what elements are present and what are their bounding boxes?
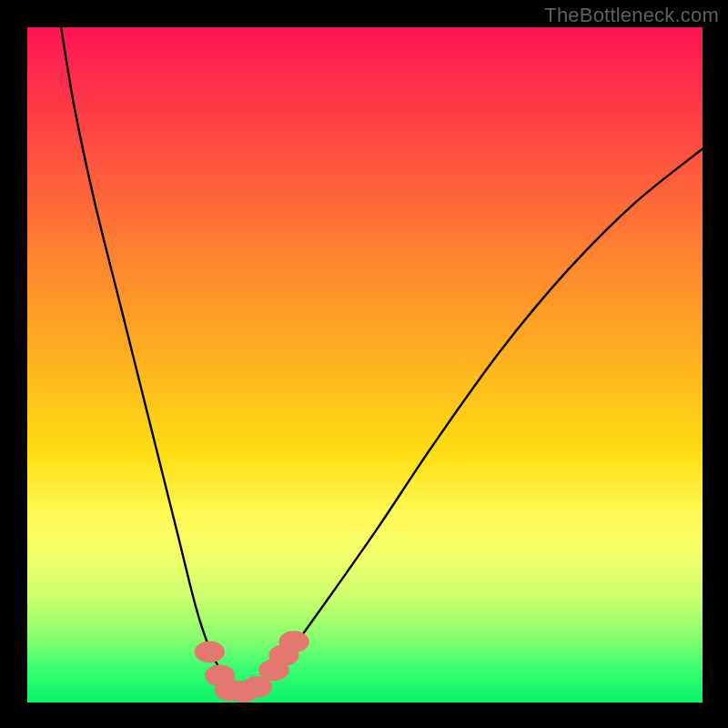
watermark-text: TheBottleneck.com xyxy=(544,4,719,27)
marker-group xyxy=(195,631,309,703)
chart-svg xyxy=(27,27,703,703)
marker-8 xyxy=(278,631,308,652)
plot-area xyxy=(27,27,703,703)
bottleneck-curve xyxy=(61,27,703,690)
chart-frame: TheBottleneck.com xyxy=(0,0,728,728)
marker-1 xyxy=(195,641,225,662)
